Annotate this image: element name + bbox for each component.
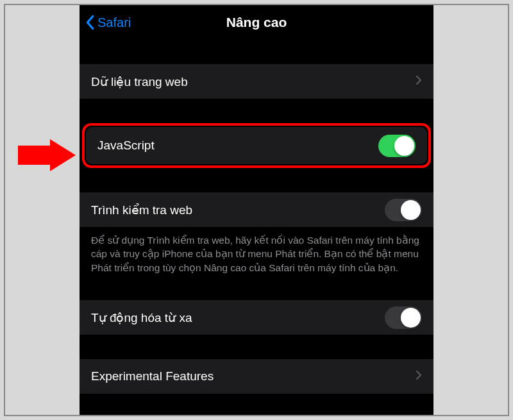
toggle-knob [394, 136, 414, 156]
back-label: Safari [97, 15, 131, 30]
web-inspector-row[interactable]: Trình kiểm tra web [80, 192, 433, 227]
highlight-frame: JavaScript [82, 123, 431, 168]
remote-automation-row[interactable]: Tự động hóa từ xa [80, 300, 433, 335]
chevron-right-icon [416, 370, 422, 383]
content-area: Dữ liệu trang web JavaScript Trình kiểm … [80, 40, 433, 415]
web-inspector-footer: Để sử dụng Trình kiểm tra web, hãy kết n… [80, 227, 433, 281]
javascript-row[interactable]: JavaScript [86, 127, 427, 164]
remote-automation-toggle[interactable] [385, 307, 422, 329]
page-title: Nâng cao [226, 15, 287, 30]
website-data-row[interactable]: Dữ liệu trang web [80, 64, 433, 99]
chevron-left-icon [85, 15, 95, 30]
toggle-knob [401, 308, 421, 328]
arrow-annotation-icon [18, 139, 76, 174]
settings-screen: Safari Nâng cao Dữ liệu trang web JavaSc… [80, 5, 433, 415]
website-data-label: Dữ liệu trang web [91, 74, 416, 89]
svg-marker-0 [18, 139, 76, 171]
experimental-features-row[interactable]: Experimental Features [80, 359, 433, 394]
nav-bar: Safari Nâng cao [80, 5, 433, 40]
experimental-features-label: Experimental Features [91, 369, 416, 383]
web-inspector-label: Trình kiểm tra web [91, 203, 385, 217]
web-inspector-toggle[interactable] [385, 199, 422, 221]
back-button[interactable]: Safari [85, 15, 131, 30]
javascript-toggle[interactable] [378, 135, 416, 157]
remote-automation-label: Tự động hóa từ xa [91, 310, 385, 325]
toggle-knob [401, 200, 421, 220]
javascript-label: JavaScript [97, 139, 378, 153]
chevron-right-icon [416, 75, 422, 88]
